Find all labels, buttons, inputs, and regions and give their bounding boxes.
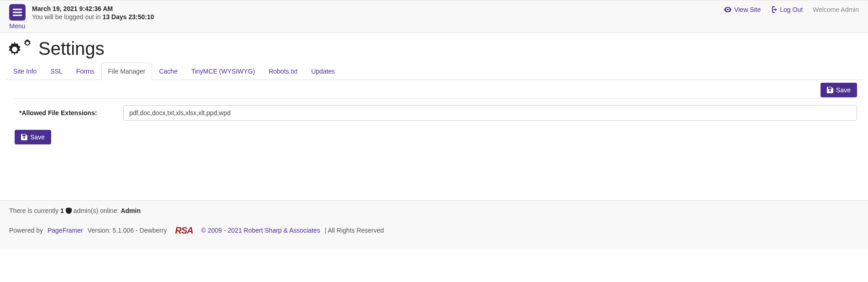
tab-site-info[interactable]: Site Info (6, 63, 43, 80)
tab-tinymce-wysiwyg-[interactable]: TinyMCE (WYSIWYG) (185, 63, 262, 80)
svg-rect-0 (13, 9, 22, 10)
menu-column: Menu (9, 4, 26, 30)
version-text: Version: 5.1.006 - Dewberry (88, 227, 167, 234)
logout-icon (771, 6, 777, 13)
allowed-extensions-label: *Allowed File Extensions: (15, 109, 115, 117)
save-label: Save (30, 133, 45, 141)
tab-forms[interactable]: Forms (69, 63, 101, 80)
menu-label[interactable]: Menu (9, 22, 25, 30)
menu-button[interactable] (9, 4, 26, 21)
copyright-link[interactable]: © 2009 - 2021 Robert Sharp & Associates (201, 227, 320, 234)
top-left: Menu March 19, 2021 9:42:36 AM You will … (9, 4, 154, 30)
tab-cache[interactable]: Cache (152, 63, 184, 80)
logout-message: You will be logged out in 13 Days 23:50:… (32, 13, 154, 21)
tab-ssl[interactable]: SSL (43, 63, 69, 80)
timestamp: March 19, 2021 9:42:36 AM (32, 5, 154, 12)
online-prefix: There is currently (9, 207, 60, 214)
log-out-link[interactable]: Log Out (771, 6, 803, 13)
svg-rect-1 (13, 12, 22, 13)
allowed-extensions-input[interactable] (123, 105, 857, 121)
tab-file-manager[interactable]: File Manager (101, 63, 153, 80)
svg-rect-2 (13, 15, 22, 16)
save-button-top[interactable]: Save (820, 83, 857, 97)
eye-icon (724, 7, 731, 12)
page-header: Settings (0, 33, 868, 63)
divider (15, 98, 857, 99)
powered-by-label: Powered by (9, 227, 43, 234)
hamburger-icon (13, 9, 22, 16)
save-icon (21, 134, 27, 140)
online-name: Admin (121, 207, 141, 214)
save-button-bottom[interactable]: Save (15, 130, 51, 144)
save-icon (827, 87, 833, 93)
footer-credits: Powered by PageFramer Version: 5.1.006 -… (9, 225, 859, 236)
tab-updates[interactable]: Updates (304, 63, 342, 80)
logout-prefix: You will be logged out in (32, 13, 102, 21)
view-site-link[interactable]: View Site (724, 6, 761, 13)
gears-icon (6, 39, 32, 59)
tab-robots-txt[interactable]: Robots.txt (262, 63, 304, 80)
form-row-extensions: *Allowed File Extensions: (15, 105, 857, 121)
top-info: March 19, 2021 9:42:36 AM You will be lo… (32, 4, 154, 21)
shield-icon (66, 208, 72, 215)
welcome-text: Welcome Admin (813, 6, 859, 13)
save-top-wrapper: Save (820, 83, 857, 97)
online-mid: admin(s) online: (74, 207, 121, 214)
footer-online-status: There is currently 1 admin(s) online: Ad… (9, 207, 859, 215)
logout-countdown: 13 Days 23:50:10 (102, 13, 154, 21)
footer: There is currently 1 admin(s) online: Ad… (0, 200, 868, 250)
content-area: Save *Allowed File Extensions: Save (0, 80, 868, 150)
pageframer-link[interactable]: PageFramer (48, 227, 83, 234)
rsa-logo: RSA (171, 225, 196, 236)
top-right: View Site Log Out Welcome Admin (724, 4, 859, 13)
log-out-label: Log Out (780, 6, 803, 13)
online-count: 1 (60, 207, 64, 214)
save-label: Save (836, 86, 851, 94)
top-bar: Menu March 19, 2021 9:42:36 AM You will … (0, 0, 868, 33)
tabs: Site InfoSSLFormsFile ManagerCacheTinyMC… (6, 63, 862, 80)
page-title: Settings (38, 38, 105, 59)
view-site-label: View Site (734, 6, 761, 13)
rights-text: | All Rights Reserved (325, 227, 384, 234)
